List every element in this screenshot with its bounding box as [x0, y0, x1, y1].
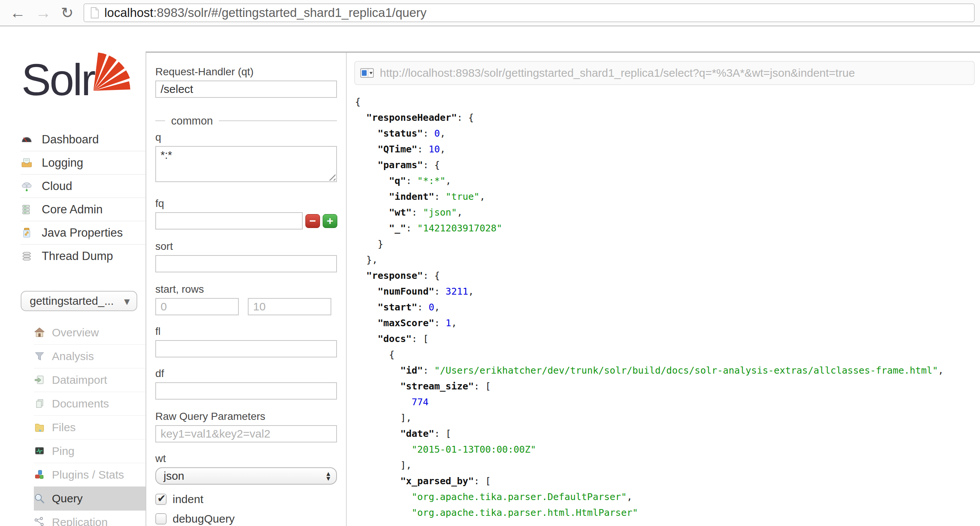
- sidebar-item-documents[interactable]: Documents: [34, 392, 146, 415]
- sidebar-item-java-properties[interactable]: Java Properties: [21, 221, 146, 244]
- sidebar-item-label: Thread Dump: [42, 249, 113, 263]
- sidebar-item-analysis[interactable]: Analysis: [34, 344, 146, 368]
- sidebar-item-logging[interactable]: Logging: [21, 151, 146, 174]
- sidebar-item-dataimport[interactable]: Dataimport: [34, 368, 146, 392]
- fq-input[interactable]: [155, 212, 303, 230]
- caret-down-icon: ▾: [124, 295, 130, 308]
- response-panel: http://localhost:8983/solr/gettingstarte…: [347, 53, 980, 526]
- indent-checkbox[interactable]: ✔: [155, 494, 167, 505]
- start-input[interactable]: [155, 298, 239, 315]
- q-label: q: [155, 132, 337, 143]
- java-properties-icon: [21, 227, 33, 239]
- sidebar-item-query[interactable]: Query: [34, 486, 146, 510]
- common-section-label: common: [171, 115, 213, 127]
- sort-input[interactable]: [155, 255, 337, 273]
- sidebar-item-thread-dump[interactable]: Thread Dump: [21, 244, 146, 268]
- browser-forward-icon[interactable]: →: [35, 5, 51, 21]
- query-magnifier-icon: [34, 493, 46, 504]
- debugquery-checkbox[interactable]: ✔: [155, 513, 167, 524]
- sidebar-item-overview[interactable]: Overview: [34, 321, 146, 344]
- overview-home-icon: [34, 327, 46, 338]
- browser-chrome: ← → ↻ localhost:8983/solr/#/gettingstart…: [0, 0, 980, 26]
- wt-select-value: json: [164, 470, 326, 482]
- sidebar-item-label: Replication: [52, 516, 108, 526]
- raw-query-params-input[interactable]: [155, 425, 337, 443]
- sidebar-item-label: Core Admin: [42, 203, 103, 216]
- wt-select[interactable]: json ▴▾: [155, 467, 337, 485]
- sidebar-item-label: Cloud: [42, 180, 72, 193]
- start-rows-label: start, rows: [155, 284, 337, 295]
- response-url-text: http://localhost:8983/solr/gettingstarte…: [380, 67, 855, 80]
- sidebar-item-core-admin[interactable]: Core Admin: [21, 198, 146, 221]
- legend-line: [219, 120, 337, 121]
- plugins-stats-icon: [34, 469, 46, 480]
- logging-tray-icon: [21, 157, 33, 169]
- remove-fq-button[interactable]: −: [305, 214, 320, 228]
- cloud-icon: [21, 180, 33, 192]
- sidebar-item-ping[interactable]: Ping: [34, 439, 146, 463]
- sort-label: sort: [155, 241, 337, 252]
- legend-line: [155, 120, 165, 121]
- sidebar-item-label: Logging: [42, 156, 83, 170]
- documents-icon: [34, 398, 46, 410]
- check-icon: ✔: [157, 492, 166, 505]
- solr-admin-app: ← → ↻ localhost:8983/solr/#/gettingstart…: [0, 0, 980, 526]
- dashboard-gauge-icon: [21, 134, 33, 146]
- sidebar-item-files[interactable]: Files: [34, 415, 146, 439]
- sidebar-item-label: Java Properties: [42, 226, 123, 240]
- replication-icon: [34, 516, 46, 526]
- debugquery-label: debugQuery: [173, 512, 235, 525]
- sidebar-item-label: Ping: [52, 445, 75, 457]
- response-url-link[interactable]: http://localhost:8983/solr/gettingstarte…: [354, 61, 975, 85]
- sidebar-item-label: Files: [52, 421, 76, 434]
- fl-label: fl: [155, 326, 337, 337]
- sidebar-item-label: Query: [52, 492, 83, 505]
- query-page: Request-Handler (qt) common q *:* fq − +…: [146, 51, 980, 526]
- solr-logo-text: Solr: [21, 54, 94, 105]
- core-nav: OverviewAnalysisDataimportDocumentsFiles…: [0, 321, 146, 526]
- fq-label: fq: [155, 198, 337, 209]
- sidebar-item-label: Dataimport: [52, 374, 107, 386]
- solr-sunburst-icon: [88, 50, 132, 92]
- sidebar-item-cloud[interactable]: Cloud: [21, 174, 146, 198]
- core-selector[interactable]: gettingstarted_... ▾: [21, 291, 137, 311]
- main-nav: DashboardLoggingCloudCore AdminJava Prop…: [0, 128, 146, 268]
- raw-query-params-label: Raw Query Parameters: [155, 411, 337, 422]
- q-textarea[interactable]: *:*: [155, 146, 337, 182]
- sidebar-item-label: Overview: [52, 326, 99, 339]
- request-handler-label: Request-Handler (qt): [155, 66, 337, 78]
- debugquery-option[interactable]: ✔ debugQuery: [155, 512, 337, 525]
- browser-reload-icon[interactable]: ↻: [61, 5, 74, 20]
- sidebar-item-replication[interactable]: Replication: [34, 510, 146, 526]
- files-folder-icon: [34, 422, 46, 433]
- request-handler-input[interactable]: [155, 81, 337, 98]
- indent-option[interactable]: ✔ indent: [155, 493, 337, 506]
- sidebar-item-label: Documents: [52, 397, 109, 410]
- solr-logo: Solr: [21, 51, 134, 108]
- sidebar-item-dashboard[interactable]: Dashboard: [21, 128, 146, 151]
- add-fq-button[interactable]: +: [323, 214, 337, 228]
- sidebar-item-label: Dashboard: [42, 133, 99, 147]
- sidebar-item-plugins-stats[interactable]: Plugins / Stats: [34, 463, 146, 486]
- wt-label: wt: [155, 453, 337, 464]
- indent-label: indent: [173, 493, 204, 506]
- common-section-legend: common: [155, 115, 337, 126]
- sidebar-item-label: Plugins / Stats: [52, 469, 124, 481]
- thread-dump-icon: [21, 250, 33, 262]
- page-icon: [90, 7, 99, 18]
- browser-address-bar[interactable]: localhost:8983/solr/#/gettingstarted_sha…: [83, 3, 975, 22]
- browser-url: localhost:8983/solr/#/gettingstarted_sha…: [105, 6, 427, 20]
- sidebar-item-label: Analysis: [52, 350, 94, 363]
- df-input[interactable]: [155, 382, 337, 400]
- fl-input[interactable]: [155, 340, 337, 357]
- sidebar: Solr DashboardLoggingCloudCore AdminJava…: [0, 27, 146, 526]
- ping-monitor-icon: [34, 445, 46, 457]
- browser-back-icon[interactable]: ←: [10, 5, 25, 21]
- select-spinner-icon: ▴▾: [326, 471, 330, 481]
- json-response: { "responseHeader": { "status": 0, "QTim…: [355, 94, 975, 521]
- analysis-funnel-icon: [34, 351, 46, 362]
- core-selector-value: gettingstarted_...: [30, 295, 124, 308]
- dataimport-icon: [34, 375, 46, 386]
- core-admin-icon: [21, 204, 33, 215]
- rows-input[interactable]: [248, 298, 331, 315]
